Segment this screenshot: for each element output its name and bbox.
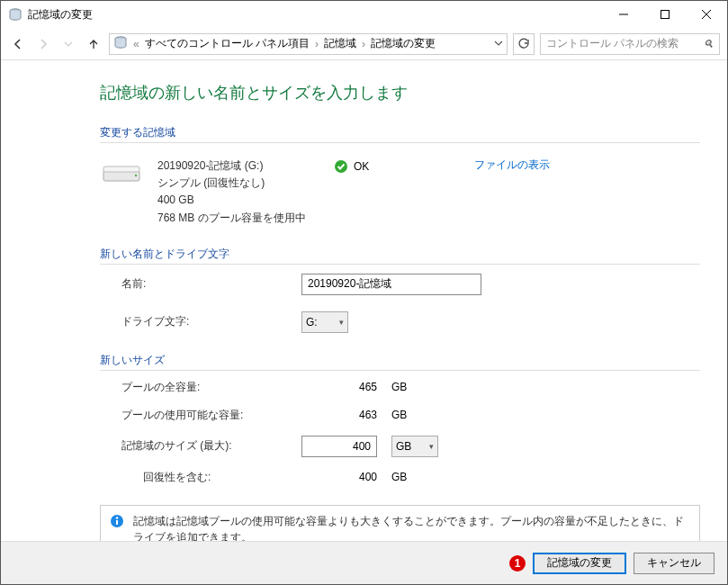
max-size-input[interactable] <box>301 436 377 457</box>
resiliency-unit: GB <box>391 471 427 483</box>
address-icon <box>113 35 128 52</box>
svg-rect-11 <box>116 520 118 525</box>
status-text: OK <box>354 160 369 173</box>
apply-button[interactable]: 記憶域の変更 <box>533 553 626 574</box>
svg-point-8 <box>135 175 137 176</box>
status-cell: OK <box>334 158 460 174</box>
minimize-button[interactable] <box>603 1 644 28</box>
section-title-size: 新しいサイズ <box>100 353 700 371</box>
svg-rect-7 <box>103 166 139 172</box>
pool-avail-unit: GB <box>391 409 427 421</box>
svg-point-12 <box>116 517 118 518</box>
search-icon: 🔍︎ <box>703 38 714 50</box>
max-size-unit-select[interactable]: GB▾ <box>391 436 438 457</box>
section-title-name: 新しい名前とドライブ文字 <box>100 247 700 265</box>
search-placeholder: コントロール パネルの検索 <box>546 36 679 51</box>
chevron-right-icon: › <box>315 38 319 50</box>
breadcrumb[interactable]: すべてのコントロール パネル項目 <box>145 36 310 51</box>
title-bar: 記憶域の変更 <box>1 1 727 28</box>
drive-icon <box>100 158 143 186</box>
nav-bar: « すべてのコントロール パネル項目 › 記憶域 › 記憶域の変更 コントロール… <box>1 28 727 60</box>
recent-dropdown[interactable] <box>58 34 78 54</box>
resiliency-value: 400 <box>301 471 391 483</box>
chevron-right-icon: › <box>362 38 365 50</box>
pool-avail-value: 463 <box>301 409 391 421</box>
name-input[interactable] <box>301 274 481 295</box>
footer: 1 記憶域の変更 キャンセル <box>1 541 727 584</box>
breadcrumb[interactable]: 記憶域 <box>324 36 356 51</box>
annotation-badge: 1 <box>509 555 526 572</box>
storage-name: 20190920-記憶域 (G:) <box>157 158 319 175</box>
breadcrumb-prefix: « <box>133 38 139 50</box>
drive-letter-label: ドライブ文字: <box>121 314 301 329</box>
storage-type: シンプル (回復性なし) <box>157 175 319 192</box>
up-button[interactable] <box>84 34 103 54</box>
search-input[interactable]: コントロール パネルの検索 🔍︎ <box>540 33 720 55</box>
info-icon <box>110 514 124 528</box>
content-area: 記憶域の新しい名前とサイズを入力します 変更する記憶域 20190920-記憶域… <box>1 60 727 541</box>
drive-letter-select[interactable]: G:▾ <box>301 311 348 333</box>
info-text: 記憶域は記憶域プールの使用可能な容量よりも大きくすることができます。プール内の容… <box>133 513 690 541</box>
check-icon <box>334 159 348 174</box>
maximize-button[interactable] <box>644 1 686 28</box>
breadcrumb[interactable]: 記憶域の変更 <box>371 36 436 51</box>
pool-avail-label: プールの使用可能な容量: <box>121 408 301 423</box>
window-title: 記憶域の変更 <box>28 7 603 22</box>
resiliency-label: 回復性を含む: <box>143 470 301 485</box>
storage-info: 20190920-記憶域 (G:) シンプル (回復性なし) 400 GB 76… <box>157 158 319 227</box>
refresh-button[interactable] <box>513 33 535 55</box>
address-bar[interactable]: « すべてのコントロール パネル項目 › 記憶域 › 記憶域の変更 <box>109 33 508 55</box>
cancel-button[interactable]: キャンセル <box>634 553 715 574</box>
app-icon <box>8 7 22 22</box>
close-button[interactable] <box>686 1 727 28</box>
svg-rect-2 <box>661 11 670 19</box>
storage-size: 400 GB <box>157 192 319 209</box>
address-dropdown[interactable] <box>494 38 503 50</box>
section-title-storage: 変更する記憶域 <box>100 125 700 143</box>
pool-total-label: プールの全容量: <box>121 380 301 395</box>
view-files-link[interactable]: ファイルの表示 <box>474 158 550 173</box>
max-size-label: 記憶域のサイズ (最大): <box>121 438 301 454</box>
page-heading: 記憶域の新しい名前とサイズを入力します <box>100 82 727 104</box>
pool-total-unit: GB <box>391 381 427 393</box>
pool-total-value: 465 <box>301 381 391 393</box>
name-label: 名前: <box>121 276 301 292</box>
storage-usage: 768 MB のプール容量を使用中 <box>157 210 319 227</box>
back-button[interactable] <box>8 34 28 54</box>
forward-button[interactable] <box>33 34 53 54</box>
info-box: 記憶域は記憶域プールの使用可能な容量よりも大きくすることができます。プール内の容… <box>100 505 700 541</box>
